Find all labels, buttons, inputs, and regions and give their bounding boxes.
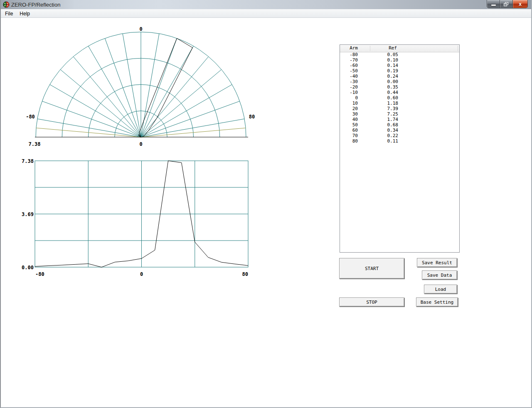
header-divider: [458, 46, 458, 51]
cell-ref: 0.35: [358, 84, 398, 90]
cell-arm: 60: [340, 128, 358, 133]
svg-text:-80: -80: [35, 271, 44, 277]
cell-arm: -80: [340, 52, 358, 57]
svg-text:-80: -80: [26, 114, 35, 120]
table-row[interactable]: 00.60: [340, 95, 459, 101]
svg-text:80: 80: [249, 114, 255, 120]
window-title: ZERO-FP/Reflection: [11, 2, 60, 8]
polar-plot: 0-80807.380: [26, 26, 255, 147]
restore-icon: [504, 2, 509, 6]
menu-bar: File Help: [1, 9, 531, 18]
cell-ref: 0.22: [358, 133, 398, 138]
cell-ref: 0.44: [358, 90, 398, 95]
cell-ref: 0.34: [358, 128, 398, 133]
restore-button[interactable]: [500, 0, 513, 8]
save-result-button[interactable]: Save Result: [417, 258, 457, 267]
load-button[interactable]: Load: [424, 285, 457, 294]
menu-help[interactable]: Help: [16, 10, 33, 17]
minimize-icon: [491, 5, 496, 6]
svg-text:80: 80: [242, 271, 248, 277]
menu-file[interactable]: File: [2, 10, 16, 17]
cell-arm: 20: [340, 106, 358, 111]
header-divider: [370, 46, 370, 51]
table-row[interactable]: 600.34: [340, 128, 459, 133]
table-row[interactable]: -100.44: [340, 90, 459, 95]
table-row[interactable]: -300.00: [340, 79, 459, 84]
base-setting-button[interactable]: Base Setting: [416, 297, 458, 307]
cell-arm: 10: [340, 101, 358, 106]
client-area: 0-80807.3800.003.697.38-80080 Arm Ref -8…: [1, 18, 531, 407]
table-row[interactable]: 800.11: [340, 138, 459, 144]
stop-button[interactable]: STOP: [339, 297, 404, 307]
cell-ref: 7.39: [358, 106, 398, 111]
cell-ref: 0.68: [358, 122, 398, 128]
table-row[interactable]: -200.35: [340, 84, 459, 90]
table-row[interactable]: 700.22: [340, 133, 459, 138]
table-row[interactable]: -700.10: [340, 57, 459, 63]
table-header: Arm Ref: [340, 45, 459, 52]
column-header-ref[interactable]: Ref: [358, 45, 397, 52]
cell-ref: 0.11: [358, 138, 398, 144]
polar-grid: [36, 32, 246, 137]
cell-arm: 40: [340, 117, 358, 122]
close-button[interactable]: x: [513, 0, 527, 8]
table-body[interactable]: -800.05-700.10-600.14-500.19-400.24-300.…: [340, 52, 459, 252]
cell-ref: 0.10: [358, 57, 398, 63]
app-icon: [3, 1, 10, 8]
table-row[interactable]: 207.39: [340, 106, 459, 111]
cell-ref: 0.24: [358, 74, 398, 79]
cell-arm: 30: [340, 111, 358, 117]
cell-arm: 80: [340, 138, 358, 144]
cell-arm: -10: [340, 90, 358, 95]
svg-text:3.69: 3.69: [22, 211, 34, 217]
cell-ref: 7.25: [358, 111, 398, 117]
svg-text:0: 0: [139, 26, 142, 32]
cell-arm: 0: [340, 95, 358, 101]
measurement-table: Arm Ref -800.05-700.10-600.14-500.19-400…: [340, 44, 460, 253]
cell-ref: 1.18: [358, 101, 398, 106]
profile-grid: [35, 161, 248, 267]
table-row[interactable]: 307.25: [340, 111, 459, 117]
svg-text:0: 0: [140, 271, 143, 277]
cell-arm: -50: [340, 68, 358, 74]
cell-arm: -70: [340, 57, 358, 63]
cell-arm: 50: [340, 122, 358, 128]
svg-text:0: 0: [139, 141, 142, 147]
cell-ref: 0.14: [358, 63, 398, 68]
profile-plot: 0.003.697.38-80080: [22, 158, 248, 277]
save-data-button[interactable]: Save Data: [422, 270, 457, 280]
cell-arm: -60: [340, 63, 358, 68]
cell-arm: 70: [340, 133, 358, 138]
cell-arm: -40: [340, 74, 358, 79]
cell-arm: -20: [340, 84, 358, 90]
start-button[interactable]: START: [339, 258, 404, 279]
app-window: ZERO-FP/Reflection x File Help 0-80807.3…: [0, 0, 532, 408]
close-icon: x: [519, 2, 522, 7]
cell-ref: 1.74: [358, 117, 398, 122]
caption-button-group: x: [487, 0, 528, 8]
svg-text:0.00: 0.00: [22, 265, 34, 270]
svg-text:7.38: 7.38: [29, 141, 41, 147]
title-bar[interactable]: ZERO-FP/Reflection x: [1, 0, 531, 10]
minimize-button[interactable]: [487, 0, 500, 8]
cell-ref: 0.19: [358, 68, 398, 74]
cell-arm: -30: [340, 79, 358, 84]
svg-text:7.38: 7.38: [22, 158, 34, 164]
cell-ref: 0.60: [358, 95, 398, 101]
table-row[interactable]: -500.19: [340, 68, 459, 74]
column-header-arm[interactable]: Arm: [340, 45, 358, 52]
cell-ref: 0.00: [358, 79, 398, 84]
cell-ref: 0.05: [358, 52, 398, 57]
table-row[interactable]: 500.68: [340, 122, 459, 128]
table-row[interactable]: 101.18: [340, 101, 459, 106]
table-row[interactable]: -800.05: [340, 52, 459, 57]
table-row[interactable]: -400.24: [340, 74, 459, 79]
table-row[interactable]: -600.14: [340, 63, 459, 68]
polar-data-trace: [139, 38, 193, 137]
table-row[interactable]: 401.74: [340, 117, 459, 122]
